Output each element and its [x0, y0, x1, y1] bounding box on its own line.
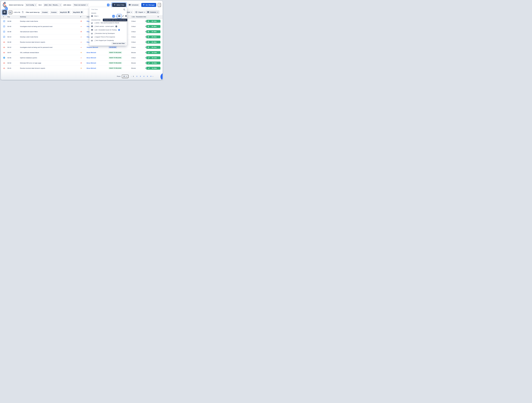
- table-row[interactable]: D2-36 Add advanced search filters Stephe…: [1, 29, 163, 34]
- table-row[interactable]: D2-57 SSL certificate renewal failure Br…: [1, 50, 163, 55]
- page-number[interactable]: 1: [133, 76, 134, 77]
- sla-config-dropdown[interactable]: SLA Config: [25, 3, 37, 7]
- select-view-button[interactable]: 3 Select View: [112, 3, 126, 7]
- table-row[interactable]: D2-12 Investigate email not being sent f…: [1, 45, 163, 50]
- table-row[interactable]: D2-55 Optimize database queries Brian Mi…: [1, 55, 163, 60]
- filter-chips: CreatedCustom: [41, 10, 58, 14]
- timer-badge[interactable]: 1h 26m: [146, 62, 160, 65]
- save-as-new-view-button[interactable]: Save as new View: [111, 42, 126, 45]
- next-page-button[interactable]: ›: [152, 75, 153, 77]
- issue-summary: Resolve incorrect date format in reports: [18, 67, 79, 69]
- help-floating-button[interactable]: [160, 73, 163, 80]
- timer-badge[interactable]: 2h 12m: [146, 56, 160, 59]
- expand-chevron[interactable]: [145, 26, 146, 27]
- organization-view-item[interactable]: !_Patch version - current sprint: [89, 25, 127, 28]
- assignee-link[interactable]: Brian Mitchell: [84, 57, 108, 58]
- chart-view-icon: [91, 36, 93, 38]
- expand-chevron[interactable]: [145, 67, 146, 69]
- grid-view-icon: [91, 26, 93, 27]
- rows-per-page-dropdown[interactable]: 10: [122, 75, 128, 78]
- chart-view-toggle[interactable]: [9, 10, 12, 14]
- export-dropdown[interactable]: Export: [134, 10, 146, 14]
- priority-high-icon: [80, 57, 82, 58]
- col-header-key[interactable]: Key: [6, 16, 18, 18]
- page-number[interactable]: 4: [143, 76, 145, 77]
- prev-page-button[interactable]: ‹: [131, 75, 132, 77]
- table-row[interactable]: D2-14 Develop a dark mode theme Stephen …: [1, 34, 163, 39]
- filter-funnel-icon[interactable]: [157, 16, 159, 18]
- criticality-value: Critical: [131, 36, 145, 38]
- organization-view-item[interactable]: !_Admin - Met and Exceeded for Month: [89, 21, 127, 25]
- page-number[interactable]: 3: [139, 76, 141, 77]
- timer-badge[interactable]: 2h 26m: [146, 41, 160, 44]
- assignee-link[interactable]: Brian Mitchell: [84, 67, 108, 69]
- timer-badge[interactable]: 2h 29m: [146, 30, 160, 33]
- sla-manager-button[interactable]: SLA Manager: [141, 3, 156, 7]
- scheduler-button[interactable]: Scheduler: [127, 3, 140, 7]
- page-number[interactable]: 2: [136, 76, 138, 77]
- criticality-value: Critical: [131, 57, 145, 58]
- expand-chevron[interactable]: [145, 41, 146, 43]
- timer-badge[interactable]: 1h 12m: [146, 51, 160, 54]
- col-header-priority[interactable]: P: [79, 16, 84, 18]
- timer-badge[interactable]: 2h 21m: [146, 35, 160, 38]
- assignee-link[interactable]: Brian Mitchell: [84, 52, 108, 53]
- organization-view-item[interactable]: !_Support Time to First response: [89, 35, 127, 39]
- page-number[interactable]: 5: [147, 76, 148, 77]
- select-work-items-label: Select work items by:: [9, 4, 24, 6]
- priority-medium-icon: [80, 67, 82, 69]
- filter-chip[interactable]: Custom: [50, 10, 58, 14]
- columns-dropdown[interactable]: Columns: [146, 10, 159, 14]
- assignee-link[interactable]: Brian Mitchell: [84, 62, 108, 64]
- organization-view-item[interactable]: !_Resolution time by Developers: [89, 32, 127, 35]
- filter-items-label: Filter work items by:: [26, 12, 40, 13]
- expand-chevron[interactable]: [145, 46, 146, 48]
- close-icon[interactable]: [81, 11, 82, 13]
- trash-icon: [125, 15, 127, 17]
- delete-view-button[interactable]: [125, 15, 127, 17]
- date-filter-chip[interactable]: May/01/25: [59, 10, 71, 14]
- private-view-item[interactable]: View 1 4: [89, 14, 127, 18]
- expand-chevron[interactable]: [145, 31, 146, 32]
- sla-dropdown[interactable]: [D2] !_Dev - Resolu...: [43, 3, 62, 7]
- timer-badge[interactable]: 2h 26m: [146, 25, 160, 28]
- find-view-input[interactable]: [91, 8, 121, 10]
- status-dropdown[interactable]: Timer not started: [73, 3, 89, 7]
- table-row[interactable]: D2-42 Investigate email not being sent f…: [1, 24, 163, 29]
- more-options-kebab[interactable]: [158, 3, 161, 7]
- chart-view-icon: [91, 40, 93, 41]
- date-filter-chip[interactable]: May/30/25: [72, 10, 84, 14]
- expand-chevron[interactable]: [145, 57, 146, 58]
- toolbar-divider: [2, 9, 157, 9]
- col-header-type[interactable]: T: [1, 16, 6, 18]
- timer-badge[interactable]: 2h 12m: [146, 20, 160, 23]
- table-row[interactable]: D2-58 Develop a dark mode theme Stephen …: [1, 19, 163, 24]
- timer-badge[interactable]: 1h 26m: [146, 67, 160, 70]
- organization-view-item[interactable]: !_QA - Exceeded issues for Testing: [89, 28, 127, 32]
- close-icon[interactable]: [68, 11, 70, 13]
- table-view-toggle[interactable]: [2, 10, 7, 14]
- assignee-link[interactable]: Stephen Bennett: [84, 46, 108, 48]
- page-number[interactable]: 6: [150, 76, 152, 77]
- timer-badge[interactable]: 2h 21m: [146, 46, 160, 49]
- view-name: !_QA - Exceeded issues for Testing: [94, 29, 116, 31]
- grid-icon: [4, 11, 6, 13]
- col-header-summary[interactable]: Summary: [18, 16, 79, 18]
- col-header-metric[interactable]: !_Dev - Resolution time: [131, 16, 163, 18]
- schedule-view-button[interactable]: 4: [117, 15, 121, 18]
- table-row[interactable]: D2-40 Resolve incorrect date format in r…: [1, 39, 163, 45]
- chevron-down-icon: [35, 4, 36, 6]
- expand-chevron[interactable]: [145, 52, 146, 53]
- expand-chevron[interactable]: [145, 36, 146, 38]
- organization-view-item[interactable]: !_Tech Support per Complexity: [89, 39, 127, 42]
- expand-chevron[interactable]: [145, 62, 146, 64]
- edit-view-button[interactable]: [122, 15, 124, 17]
- expand-chevron[interactable]: [145, 20, 146, 22]
- criticality-value: Critical: [131, 20, 145, 22]
- table-row[interactable]: D2-52 Eliminate 500 error on login page …: [1, 60, 163, 66]
- filter-chip[interactable]: Created: [41, 10, 49, 14]
- organization-section-header: ORGANIZATION: [91, 20, 100, 21]
- refresh-button[interactable]: [21, 11, 24, 14]
- chevron-down-icon: [131, 11, 132, 13]
- bug-icon: [3, 67, 5, 69]
